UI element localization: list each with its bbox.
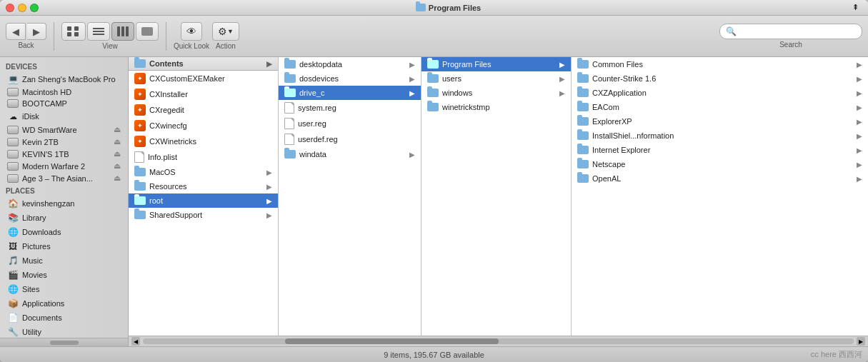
sidebar-scroll-thumb [50,341,79,345]
mw2-eject-icon[interactable]: ⏏ [114,161,121,171]
windata-icon [284,150,296,159]
col1-item-cxinstaller[interactable]: ✦ CXInstaller [129,86,278,102]
bootcamp-icon [7,99,19,108]
search-input[interactable] [739,27,847,36]
sidebar-item-pictures[interactable]: 🖼 Pictures [1,239,126,253]
action-button[interactable]: ⚙ ▼ [212,22,239,41]
col4-item-commonfiles[interactable]: Common Files ▶ [572,57,868,71]
col2-item-userdefreg[interactable]: userdef.reg [279,131,421,147]
title-folder-icon [416,4,426,11]
programfiles-icon [427,60,439,69]
column-view-button[interactable] [111,22,134,41]
sidebar-age3-label: Age 3 – The Asian... [22,174,93,183]
col3-item-windows[interactable]: windows ▶ [421,86,571,100]
windows-icon [427,89,439,97]
scroll-left-button[interactable]: ◀ [131,337,140,346]
sidebar-item-bootcamp[interactable]: BOOTCAMP [1,98,126,109]
sidebar-item-documents[interactable]: 📄 Documents [1,311,126,325]
col2-item-systemreg[interactable]: system.reg [279,100,421,116]
forward-button[interactable]: ▶ [27,23,46,40]
macbook-icon: 💻 [7,74,19,85]
systemreg-label: system.reg [298,104,336,112]
systemreg-icon [284,102,294,114]
userdefreg-label: userdef.reg [298,135,338,144]
col3-item-users[interactable]: users ▶ [421,71,571,86]
explorerxp-icon [577,117,589,126]
quick-look-button[interactable]: 👁 [181,22,202,41]
minimize-button[interactable] [18,4,26,12]
action-group: ⚙ ▼ Action [212,22,239,50]
sidebar-item-mw2[interactable]: Modern Warfare 2 ⏏ [1,160,126,172]
sidebar-item-kevins1tb[interactable]: KEVIN'S 1TB ⏏ [1,148,126,160]
sidebar-macbook-label: Zan Sheng's MacBook Pro [22,75,116,84]
col4-item-ie[interactable]: Internet Explorer ▶ [572,143,868,157]
sidebar-item-macintosh[interactable]: Macintosh HD [1,86,126,98]
col4-item-eacom[interactable]: EACom ▶ [572,100,868,114]
sidebar-item-home[interactable]: 🏠 kevinshengzan [1,196,126,211]
titlebar: Program Files ⇞ [0,0,868,16]
sidebar-item-wd[interactable]: WD SmartWare ⏏ [1,124,126,136]
col4-item-cxzapp[interactable]: CXZApplication ▶ [572,86,868,100]
sidebar-item-movies[interactable]: 🎬 Movies [1,268,126,282]
cover-view-button[interactable] [136,22,159,41]
age3-eject-icon[interactable]: ⏏ [114,174,121,183]
sidebar-item-library[interactable]: 📚 Library [1,211,126,225]
sidebar-item-downloads[interactable]: 🌐 Downloads [1,225,126,239]
music-icon: 🎵 [7,255,19,266]
col1-item-cxregedit[interactable]: ✦ CXregedit [129,102,278,118]
sidebar-scrollbar-area [0,338,128,346]
col4-item-openal[interactable]: OpenAL ▶ [572,171,868,186]
sidebar-item-utility[interactable]: 🔧 Utility [1,325,126,338]
scrollbar-thumb[interactable] [285,338,499,344]
cxwinecfg-icon: ✦ [134,120,146,131]
col1-item-macos[interactable]: MacOS ▶ [129,165,278,179]
col2-item-dosdevices[interactable]: dosdevices ▶ [279,71,421,86]
col1-item-resources[interactable]: Resources ▶ [129,179,278,193]
col2-item-desktopdata[interactable]: desktopdata ▶ [279,57,421,71]
wd-eject-icon[interactable]: ⏏ [114,125,121,134]
pictures-icon: 🖼 [7,241,19,252]
maximize-button[interactable] [30,4,39,12]
col3-item-winetrickstmp[interactable]: winetrickstmp [421,100,571,114]
col2-item-drivec[interactable]: drive_c ▶ [279,86,421,100]
sidebar-item-music[interactable]: 🎵 Music [1,253,126,268]
statusbar-text: 9 items, 195.67 GB available [384,351,484,359]
toolbar-sep-1 [54,22,54,51]
kevins1tb-eject-icon[interactable]: ⏏ [114,149,121,159]
action-label: Action [216,42,236,50]
gear-icon: ⚙ [218,26,227,37]
col3-item-programfiles[interactable]: Program Files ▶ [421,57,571,71]
cxwinecfg-label: CXwinecfg [149,121,187,130]
sidebar-item-age3[interactable]: Age 3 – The Asian... ⏏ [1,172,126,184]
search-box[interactable]: 🔍 [719,24,862,39]
list-view-button[interactable] [87,22,110,41]
sidebar-downloads-label: Downloads [22,228,61,236]
col1-item-sharedsupport[interactable]: SharedSupport ▶ [129,208,278,222]
col1-item-root[interactable]: root ▶ [129,193,278,208]
close-button[interactable] [6,4,14,12]
col1-item-cxwinetricks[interactable]: ✦ CXWinetricks [129,134,278,149]
icon-view-button[interactable] [61,22,86,41]
scroll-right-button[interactable]: ▶ [857,337,865,346]
col1-item-infoplist[interactable]: Info.plist [129,149,278,165]
col4-item-installshield[interactable]: InstallShiel...nformation ▶ [572,129,868,143]
col4-item-netscape[interactable]: Netscape ▶ [572,157,868,171]
col1-item-cxwinecfg[interactable]: ✦ CXwinecfg [129,118,278,134]
col1-item-cxcustom[interactable]: ✦ CXCustomEXEMaker [129,71,278,86]
col2-item-windata[interactable]: windata ▶ [279,147,421,161]
cxwinetricks-label: CXWinetricks [149,137,196,146]
wd-icon [7,126,19,134]
sidebar-item-macbook[interactable]: 💻 Zan Sheng's MacBook Pro [1,72,126,86]
sidebar-item-applications[interactable]: 📦 Applications [1,296,126,311]
horizontal-scrollbar[interactable]: ◀ ▶ [129,336,868,346]
sidebar-item-sites[interactable]: 🌐 Sites [1,282,126,296]
back-button[interactable]: ◀ [6,23,26,40]
kevin2tb-eject-icon[interactable]: ⏏ [114,137,121,146]
kevin2tb-icon [7,138,19,146]
col2-item-userreg[interactable]: user.reg [279,116,421,131]
eacom-icon [577,103,589,111]
col4-item-explorerxp[interactable]: ExplorerXP ▶ [572,114,868,129]
col4-item-cs16[interactable]: Counter-Strike 1.6 ▶ [572,71,868,86]
sidebar-item-kevin2tb[interactable]: Kevin 2TB ⏏ [1,136,126,148]
sidebar-item-idisk[interactable]: ☁ iDisk [1,109,126,124]
